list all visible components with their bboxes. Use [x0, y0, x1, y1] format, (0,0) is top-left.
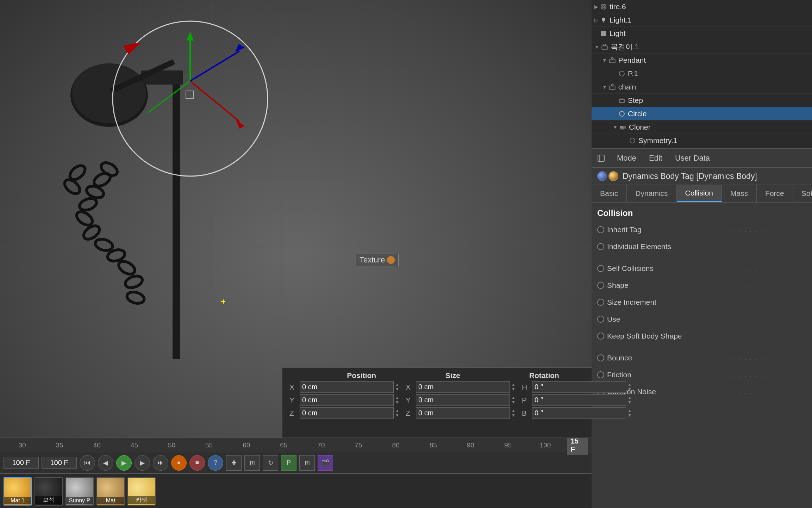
- size-z-arrows[interactable]: ▲ ▼: [511, 409, 518, 417]
- pos-z-arrows[interactable]: ▲ ▼: [395, 409, 402, 417]
- mat-thumb-carpet[interactable]: 카펫: [127, 477, 156, 506]
- tab-soft-body[interactable]: Soft Body: [793, 185, 812, 202]
- outliner-item-light[interactable]: ▷ Light ⬜ ⬜ ✓: [592, 27, 812, 40]
- tab-collision[interactable]: Collision: [677, 185, 722, 202]
- mat-thumb-mat1[interactable]: Mat.1: [4, 477, 32, 506]
- pos-z-input[interactable]: [300, 407, 394, 419]
- size-z-down[interactable]: ▼: [511, 413, 518, 417]
- move-tool-btn[interactable]: ✚: [226, 455, 242, 471]
- frame-start-input[interactable]: 100 F: [4, 457, 39, 469]
- size-y-up[interactable]: ▲: [511, 396, 518, 400]
- mat-thumb-gem[interactable]: 보석: [35, 477, 63, 506]
- tab-force[interactable]: Force: [757, 185, 793, 202]
- outliner-item-tire6[interactable]: ▶ tire.6 ⬜ ⬜: [592, 0, 812, 13]
- record-btn[interactable]: ●: [171, 455, 187, 471]
- play-btn[interactable]: ▶: [116, 455, 132, 471]
- expand-mug[interactable]: ▼: [594, 44, 599, 50]
- size-z-up[interactable]: ▲: [511, 409, 518, 413]
- right-panel: ▶ tire.6 ⬜ ⬜ ▷ Light.1 ⬜: [592, 0, 812, 508]
- size-x-up[interactable]: ▲: [511, 383, 518, 387]
- rot-h-input[interactable]: [532, 381, 626, 393]
- expand-arrow[interactable]: ▷: [594, 17, 598, 23]
- size-x-arrows[interactable]: ▲ ▼: [511, 383, 518, 391]
- outliner-item-cap[interactable]: ▶ cap ⬜ ⬜ ●: [592, 147, 812, 148]
- help-btn[interactable]: ?: [208, 455, 223, 471]
- expand-arrow[interactable]: ▶: [594, 4, 598, 10]
- parking-btn[interactable]: P: [281, 455, 296, 471]
- outliner-item-p1[interactable]: ▷ P.1 ⬜ ⬜: [592, 67, 812, 80]
- svg-point-36: [62, 177, 82, 196]
- friction-radio[interactable]: [597, 371, 604, 378]
- keep-soft-radio[interactable]: [597, 333, 604, 340]
- outliner-scroll[interactable]: ▶ tire.6 ⬜ ⬜ ▷ Light.1 ⬜: [592, 0, 812, 148]
- size-y-input[interactable]: [416, 394, 510, 406]
- size-y-arrows[interactable]: ▲ ▼: [511, 396, 518, 404]
- shape-radio[interactable]: [597, 282, 604, 289]
- friction-label: Friction: [607, 371, 631, 379]
- rot-h-arrows[interactable]: ▲ ▼: [627, 383, 635, 391]
- mode-btn[interactable]: Mode: [614, 152, 639, 164]
- step-fwd-btn[interactable]: ▶: [135, 455, 150, 471]
- outliner-item-step[interactable]: ▷ Step ⬜ ⬜ ✓: [592, 94, 812, 107]
- go-to-start-btn[interactable]: ⏮: [80, 455, 95, 471]
- expand-chain[interactable]: ▼: [602, 84, 607, 90]
- pos-y-arrows[interactable]: ▲ ▼: [395, 396, 402, 404]
- outliner-item-cloner[interactable]: ▼ Cloner ⬜ ⬜ ✓: [592, 120, 812, 134]
- edit-btn[interactable]: Edit: [646, 152, 665, 164]
- film-btn[interactable]: 🎬: [318, 455, 333, 471]
- size-x-down[interactable]: ▼: [511, 387, 518, 391]
- tab-mass[interactable]: Mass: [722, 185, 757, 202]
- tab-basic[interactable]: Basic: [592, 185, 627, 202]
- step-back-btn[interactable]: ◀: [98, 455, 113, 471]
- pos-y-up[interactable]: ▲: [395, 396, 402, 400]
- outliner-item-sym1[interactable]: ▷ Symmetry.1 ⬜ ⬜: [592, 134, 812, 147]
- outliner-item-light1[interactable]: ▷ Light.1 ⬜ ⬜ ✓: [592, 13, 812, 27]
- rot-b-input[interactable]: [532, 407, 626, 419]
- rot-p-up[interactable]: ▲: [627, 396, 635, 400]
- size-increment-radio[interactable]: [597, 299, 604, 306]
- use-radio[interactable]: [597, 316, 604, 323]
- expand-pendant[interactable]: ▼: [602, 57, 607, 63]
- tab-dynamics[interactable]: Dynamics: [627, 185, 676, 202]
- mat-thumb-mat[interactable]: Mat: [96, 477, 125, 506]
- inherit-tag-radio[interactable]: [597, 226, 604, 233]
- mat-thumb-sunny[interactable]: Sunny P: [65, 477, 94, 506]
- rot-b-down[interactable]: ▼: [627, 413, 635, 417]
- outliner-item-mug1[interactable]: ▼ 목걸이.1 ⬜ ⬜: [592, 40, 812, 54]
- grid-btn[interactable]: ⊞: [299, 455, 315, 471]
- rot-b-up[interactable]: ▲: [627, 409, 635, 413]
- rot-b-arrows[interactable]: ▲ ▼: [627, 409, 635, 417]
- bounce-radio[interactable]: [597, 354, 604, 361]
- rot-h-down[interactable]: ▼: [627, 387, 635, 391]
- user-data-btn[interactable]: User Data: [672, 152, 713, 164]
- frame-end-input[interactable]: 100 F: [42, 457, 77, 469]
- pos-y-down[interactable]: ▼: [395, 400, 402, 404]
- outliner-item-circle[interactable]: ▷ Circle ⬜ ⬜ ✓: [592, 107, 812, 120]
- outliner-item-pendant[interactable]: ▼ Pendant ⬜ ⬜: [592, 54, 812, 67]
- pos-z-down[interactable]: ▼: [395, 413, 402, 417]
- individual-radio[interactable]: [597, 243, 604, 250]
- pos-x-field: X ▲ ▼: [289, 381, 402, 393]
- size-y-down[interactable]: ▼: [511, 400, 518, 404]
- pos-z-up[interactable]: ▲: [395, 409, 402, 413]
- pos-x-input[interactable]: [300, 381, 394, 393]
- go-to-end-btn[interactable]: ⏭: [153, 455, 168, 471]
- rot-p-arrows[interactable]: ▲ ▼: [627, 396, 635, 404]
- ruler-marks: 30 35 40 45 50 55 60 65 70 75 80 85 90 9…: [4, 441, 564, 449]
- mark-60: 60: [228, 441, 265, 449]
- rotate-tool-btn[interactable]: ↻: [263, 455, 278, 471]
- pos-x-arrows[interactable]: ▲ ▼: [395, 383, 402, 391]
- size-x-input[interactable]: [416, 381, 510, 393]
- outliner-item-chain[interactable]: ▼ chain ⬜ ⬜: [592, 80, 812, 94]
- rot-h-up[interactable]: ▲: [627, 383, 635, 387]
- self-collisions-radio[interactable]: [597, 265, 604, 272]
- pos-y-input[interactable]: [300, 394, 394, 406]
- size-z-input[interactable]: [416, 407, 510, 419]
- pos-x-up[interactable]: ▲: [395, 383, 402, 387]
- scale-tool-btn[interactable]: ⊞: [244, 455, 260, 471]
- rot-p-input[interactable]: [532, 394, 626, 406]
- rot-p-down[interactable]: ▼: [627, 400, 635, 404]
- pos-x-down[interactable]: ▼: [395, 387, 402, 391]
- stop-btn[interactable]: ■: [189, 455, 205, 471]
- expand-cloner[interactable]: ▼: [613, 124, 618, 130]
